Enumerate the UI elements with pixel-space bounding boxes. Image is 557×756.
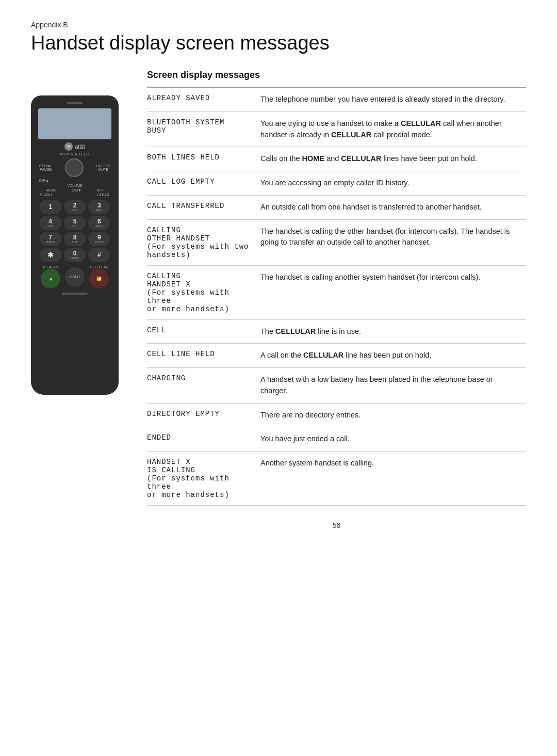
content-area: ☰ at&t MENU/SELECT REDIAL PAUSE DELETE M… [31,70,526,529]
message-description: A handset with a low battery has been pl… [260,368,526,404]
message-description: You are accessing an empty caller ID his… [260,171,526,196]
speaker-btn[interactable]: ◀ [41,269,60,288]
cellular-area: CELLULAR 📶 [89,265,109,288]
section-heading: Screen display messages [147,70,526,81]
keypad: 1 2 ABC 3 DEF 4 [38,200,111,262]
key-2[interactable]: 2 ABC [64,200,86,214]
keypad-row-2: 4 GHI 5 JKL 6 MNO [38,216,111,230]
off-btn[interactable]: OFF [96,188,104,192]
key-4[interactable]: 4 GHI [40,216,61,230]
message-code: ENDED [147,427,260,452]
phone-speaker [67,102,83,104]
key-5[interactable]: 5 JKL [64,216,86,230]
dir-row: DIR▲ [39,179,110,182]
message-description: The handset is calling another system ha… [260,265,526,319]
brand-icon: ☰ [64,142,73,151]
phone-bottom-bar [62,293,88,295]
message-code: CALLING HANDSET X (For systems with thre… [147,265,260,319]
message-code: BLUETOOTH SYSTEM BUSY [147,111,260,147]
message-code: DIRECTORY EMPTY [147,403,260,427]
table-row: ALREADY SAVEDThe telephone number you ha… [147,87,526,111]
message-description: Calls on the HOME and CELLULAR lines hav… [260,147,526,171]
table-row: CALLING HANDSET X (For systems with thre… [147,265,526,319]
key-6[interactable]: 6 MNO [88,216,110,230]
table-row: CALL TRANSFERREDAn outside call from one… [147,195,526,219]
menu-select-label: MENU/SELECT [36,152,113,156]
delete-btn[interactable]: DELETE MUTE [96,164,110,171]
cid-btn[interactable]: CID▼ [72,188,81,192]
flash-clear-row: FLASH CLEAR [40,193,109,197]
volume-label: VOLUME [36,184,113,187]
message-description: The handset is calling the other handset… [260,219,526,265]
message-description: You are trying to use a handset to make … [260,111,526,147]
message-code: CHARGING [147,368,260,404]
message-code: CELL LINE HELD [147,344,260,368]
brand-name: at&t [75,143,85,150]
table-row: HANDSET X IS CALLING (For systems with t… [147,452,526,506]
bottom-row: SPEAKER ◀ HOLD CELLULAR 📶 [38,265,111,288]
speaker-label: SPEAKER [41,265,60,269]
message-description: A call on the CELLULAR line has been put… [260,344,526,368]
message-description: Another system handset is calling. [260,452,526,506]
keypad-row-4: ✱ 0 OPER # [38,248,111,262]
table-row: BOTH LINES HELDCalls on the HOME and CEL… [147,147,526,171]
appendix-label: Appendix B [31,21,526,29]
phone-brand: ☰ at&t [36,142,113,151]
key-star[interactable]: ✱ [40,248,61,262]
clear-label: CLEAR [97,193,109,197]
redial-btn[interactable]: REDIAL PAUSE [39,164,52,171]
message-code: ALREADY SAVED [147,87,260,111]
second-nav-row: HOME CID▼ OFF [38,188,111,192]
key-3[interactable]: 3 DEF [88,200,110,214]
messages-table: ALREADY SAVEDThe telephone number you ha… [147,87,526,506]
table-row: BLUETOOTH SYSTEM BUSYYou are trying to u… [147,111,526,147]
key-7[interactable]: 7 PQRS [40,232,61,246]
page-number: 56 [147,521,526,529]
nav-center-btn[interactable] [65,158,84,177]
message-description: An outside call from one handset is tran… [260,195,526,219]
message-code: HANDSET X IS CALLING (For systems with t… [147,452,260,506]
flash-label: FLASH [40,193,52,197]
message-description: You have just ended a call. [260,427,526,452]
table-row: ENDEDYou have just ended a call. [147,427,526,452]
dir-label: DIR▲ [39,179,49,182]
cellular-label: CELLULAR [89,265,109,269]
table-row: CELL LINE HELDA call on the CELLULAR lin… [147,344,526,368]
phone-illustration: ☰ at&t MENU/SELECT REDIAL PAUSE DELETE M… [31,95,126,395]
hold-btn[interactable]: HOLD [65,267,85,287]
message-code: CALL TRANSFERRED [147,195,260,219]
keypad-row-3: 7 PQRS 8 TUV 9 WXYZ [38,232,111,246]
message-description: The CELLULAR line is in use. [260,319,526,344]
key-8[interactable]: 8 TUV [64,232,86,246]
table-row: CELLThe CELLULAR line is in use. [147,319,526,344]
phone-body: ☰ at&t MENU/SELECT REDIAL PAUSE DELETE M… [31,95,119,395]
keypad-row-1: 1 2 ABC 3 DEF [38,200,111,214]
key-hash[interactable]: # [88,248,110,262]
key-0[interactable]: 0 OPER [64,248,86,262]
home-btn[interactable]: HOME [46,188,57,192]
page-title: Handset display screen messages [31,32,526,54]
nav-row: REDIAL PAUSE DELETE MUTE [39,158,110,177]
message-code: CALL LOG EMPTY [147,171,260,196]
key-9[interactable]: 9 WXYZ [88,232,110,246]
table-row: CALLING OTHER HANDSET (For systems with … [147,219,526,265]
key-1[interactable]: 1 [40,200,61,214]
message-code: BOTH LINES HELD [147,147,260,171]
cellular-btn[interactable]: 📶 [89,269,109,288]
message-code: CALLING OTHER HANDSET (For systems with … [147,219,260,265]
table-area: Screen display messages ALREADY SAVEDThe… [147,70,526,529]
table-row: DIRECTORY EMPTYThere are no directory en… [147,403,526,427]
message-code: CELL [147,319,260,344]
message-description: There are no directory entries. [260,403,526,427]
phone-top [36,102,113,104]
message-description: The telephone number you have entered is… [260,87,526,111]
speaker-area: SPEAKER ◀ [41,265,60,288]
hold-area: HOLD [65,267,85,287]
table-row: CALL LOG EMPTYYou are accessing an empty… [147,171,526,196]
phone-screen [38,108,111,139]
table-row: CHARGINGA handset with a low battery has… [147,368,526,404]
page: Appendix B Handset display screen messag… [0,0,557,560]
